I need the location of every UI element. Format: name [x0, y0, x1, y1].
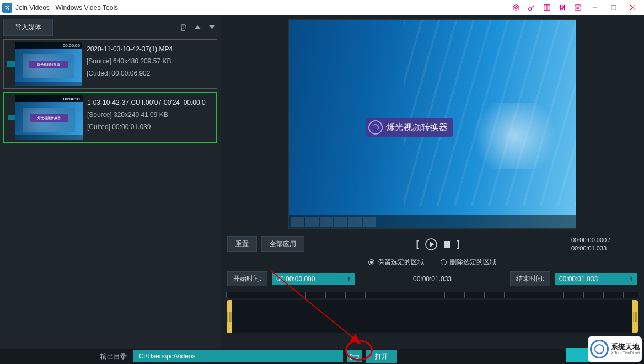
timeline-ruler [226, 292, 638, 298]
app-icon [2, 3, 12, 13]
clip-name: 2020-11-03-10-42-37(1).MP4 [87, 45, 214, 53]
bottom-bar: 输出目录 C:\Users\pc\Videos 打开 [0, 349, 644, 364]
maximize-button[interactable] [604, 0, 623, 15]
output-label: 输出目录 [100, 352, 127, 361]
clip-name: 1-03-10-42-37.CUT.00'07-00'24_00.00.0 [87, 99, 214, 106]
play-button[interactable] [425, 238, 438, 251]
clip-source: [Source] 320x240 41.09 KB [87, 111, 214, 119]
open-folder-button[interactable]: 打开 [366, 350, 397, 363]
delete-icon[interactable] [178, 22, 189, 33]
titlebar: Join Videos - Windows Video Tools [0, 0, 644, 15]
key-icon[interactable] [524, 2, 539, 13]
time-display: 00:00:00.000 / 00:00:01.033 [571, 236, 637, 252]
import-media-button[interactable]: 导入媒体 [3, 19, 53, 36]
layout-icon[interactable] [539, 2, 555, 13]
trim-handle-left[interactable] [227, 300, 232, 333]
timeline[interactable] [221, 288, 644, 335]
video-preview[interactable]: 烁光视频转换器 [289, 20, 576, 228]
svg-point-9 [560, 6, 561, 7]
media-sidebar: 导入媒体 烁光视频转换器 00:00:06 2020-11-03-10-42-3… [0, 15, 221, 349]
close-button[interactable] [623, 0, 642, 15]
clip-thumbnail: 烁光视频转换器 00:00:01 [15, 95, 83, 140]
clip-thumbnail: 烁光视频转换器 00:00:06 [15, 42, 82, 86]
keep-region-radio[interactable]: 保留选定的区域 [368, 258, 424, 267]
duration-display: 00:00:01.033 [359, 275, 505, 283]
end-time-input[interactable]: 00:00:01.033▲▼ [555, 273, 637, 285]
reset-button[interactable]: 重置 [227, 236, 257, 252]
timeline-track[interactable] [226, 299, 638, 334]
output-path-field[interactable]: C:\Users\pc\Videos [133, 350, 343, 362]
merge-button[interactable]: 合并 [566, 348, 637, 362]
clip-badge-icon [8, 115, 15, 120]
start-time-label: 开始时间: [227, 271, 267, 286]
move-up-icon[interactable] [192, 22, 203, 33]
bracket-left-icon[interactable]: [ [416, 239, 419, 249]
svg-point-11 [564, 6, 565, 7]
move-down-icon[interactable] [206, 22, 217, 33]
remove-region-radio[interactable]: 删除选定的区域 [441, 258, 496, 267]
browse-folder-button[interactable] [347, 350, 362, 362]
svg-rect-19 [444, 241, 450, 248]
clip-item[interactable]: 烁光视频转换器 00:00:06 2020-11-03-10-42-37(1).… [3, 39, 217, 89]
cart-icon[interactable] [508, 2, 524, 13]
trim-handle-right[interactable] [632, 300, 638, 333]
sliders-icon[interactable] [555, 2, 570, 13]
end-time-label: 结束时间: [510, 271, 550, 286]
bracket-right-icon[interactable]: ] [457, 239, 459, 249]
start-time-input[interactable]: 00:00:00.000▲▼ [272, 273, 355, 285]
preview-logo: 烁光视频转换器 [366, 118, 453, 137]
main-panel: 烁光视频转换器 重置 全部应用 [ ] 00:00:00.000 / 00:00… [221, 15, 644, 349]
minimize-button[interactable] [586, 0, 604, 15]
clip-cutted: [Cutted] 00:00:01.039 [87, 123, 214, 131]
svg-point-1 [8, 8, 9, 9]
svg-rect-17 [611, 5, 616, 9]
clip-cutted: [Cutted] 00:00:06.902 [87, 69, 214, 77]
clip-badge-icon [7, 61, 15, 67]
apply-all-button[interactable]: 全部应用 [261, 236, 304, 252]
svg-point-2 [513, 4, 519, 10]
svg-point-0 [5, 6, 7, 7]
svg-point-10 [562, 8, 564, 9]
clip-source: [Source] 640x480 209.57 KB [87, 57, 214, 65]
menu-icon[interactable] [570, 2, 586, 13]
window-title: Join Videos - Windows Video Tools [15, 4, 118, 12]
clip-item[interactable]: 烁光视频转换器 00:00:01 1-03-10-42-37.CUT.00'07… [3, 92, 217, 143]
stop-button[interactable] [443, 240, 451, 248]
